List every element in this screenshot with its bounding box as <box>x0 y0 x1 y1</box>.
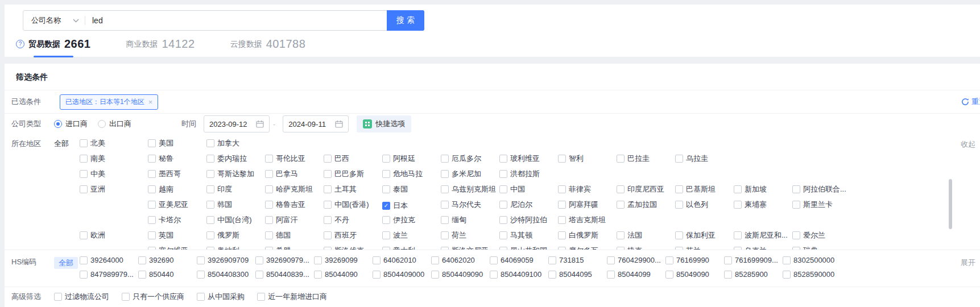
region-option[interactable]: 孟加拉国 <box>617 200 657 210</box>
hs-all-button[interactable]: 全部 <box>54 255 80 271</box>
region-option[interactable]: 巴拿马 <box>265 169 298 179</box>
radio-importer[interactable]: 进口商 <box>54 119 88 129</box>
region-option[interactable]: 塞尔维亚 <box>148 246 188 250</box>
region-group-option[interactable]: 亚洲 <box>80 184 105 194</box>
hs-code-option[interactable]: 85044099 <box>607 270 651 279</box>
region-option[interactable]: 马尔代夫 <box>441 200 481 210</box>
region-option[interactable]: 阿塞拜疆 <box>558 200 598 210</box>
region-option[interactable]: 印度 <box>206 184 232 194</box>
region-group-option[interactable]: 南美 <box>80 154 105 164</box>
search-input[interactable] <box>85 11 387 30</box>
region-option[interactable]: 土耳其 <box>324 184 357 194</box>
region-option[interactable]: 巴西 <box>324 154 349 164</box>
hs-code-option[interactable]: 761699909... <box>724 256 778 264</box>
region-option[interactable]: 哥伦比亚 <box>265 154 305 164</box>
hs-code-option[interactable]: 8528590000 <box>783 270 834 279</box>
region-option[interactable]: 荷兰 <box>441 230 466 240</box>
region-group-option[interactable]: 欧洲 <box>80 230 105 240</box>
region-option[interactable]: 加拿大 <box>206 138 239 148</box>
region-option[interactable]: 西班牙 <box>324 230 357 240</box>
hs-code-option[interactable]: 731815 <box>548 256 584 264</box>
search-button[interactable]: 搜 索 <box>387 10 424 31</box>
region-option[interactable]: 德国 <box>265 230 291 240</box>
hs-code-option[interactable]: 392690979... <box>255 256 309 264</box>
region-option[interactable]: 乌兹别克斯坦 <box>441 184 496 194</box>
region-option[interactable]: 危地马拉 <box>382 169 423 179</box>
hs-code-option[interactable]: 3926909709 <box>197 256 249 264</box>
region-option[interactable]: 斯洛伐克 <box>324 246 364 250</box>
region-option[interactable]: 韩国 <box>206 200 232 210</box>
region-option[interactable]: 斯洛文尼亚 <box>441 246 489 250</box>
region-option[interactable]: 瑞典 <box>792 246 818 250</box>
hs-code-option[interactable]: 850440839... <box>255 270 309 279</box>
tab-trade-data[interactable]: ? 贸易数据 2661 <box>16 38 91 57</box>
region-option[interactable]: 阿拉伯联合... <box>792 184 846 194</box>
region-option[interactable]: 洪都拉斯 <box>499 169 540 179</box>
region-option[interactable]: 英国 <box>148 230 173 240</box>
region-option[interactable]: 巴巴多斯 <box>324 169 364 179</box>
region-option[interactable]: 巴基斯坦 <box>675 184 716 194</box>
search-category-select[interactable]: 公司名称 <box>23 11 85 30</box>
region-option[interactable]: 墨西哥 <box>148 169 181 179</box>
region-option[interactable]: 波兰 <box>382 230 408 240</box>
region-option[interactable]: 阿根廷 <box>382 154 415 164</box>
advanced-option[interactable]: 只有一个供应商 <box>122 292 184 302</box>
region-option[interactable]: 委内瑞拉 <box>206 154 247 164</box>
selected-region-tag[interactable]: 已选地区：日本等1个地区 × <box>60 94 158 110</box>
region-option[interactable]: 意大利 <box>382 246 415 250</box>
region-option[interactable]: 哈萨克斯坦 <box>265 184 313 194</box>
region-option[interactable]: 尼泊尔 <box>499 200 532 210</box>
region-option[interactable]: 缅甸 <box>441 215 466 225</box>
region-option[interactable]: 爱尔兰 <box>792 230 825 240</box>
region-option[interactable]: 印度尼西亚 <box>617 184 664 194</box>
region-option[interactable]: 智利 <box>558 154 584 164</box>
region-option[interactable]: 厄瓜多尔 <box>441 154 481 164</box>
region-option[interactable]: 保加利亚 <box>675 230 716 240</box>
hs-code-option[interactable]: 64062020 <box>431 256 475 264</box>
region-option[interactable]: 黑山共和国 <box>499 246 547 250</box>
region-option[interactable]: 伊拉克 <box>382 215 415 225</box>
hs-code-option[interactable]: 39269099 <box>314 256 358 264</box>
hs-code-option[interactable]: 85044095 <box>548 270 592 279</box>
date-to-input[interactable]: 2024-09-11 <box>283 115 349 132</box>
region-option[interactable]: 越南 <box>148 184 173 194</box>
hs-code-option[interactable]: 8504409000 <box>373 270 424 279</box>
hs-code-option[interactable]: 85285900 <box>724 270 768 279</box>
hs-code-option[interactable]: 8302500000 <box>783 256 834 264</box>
close-icon[interactable]: × <box>148 98 153 106</box>
advanced-option[interactable]: 从中国采购 <box>197 292 245 302</box>
region-option[interactable]: 乌克兰 <box>734 246 767 250</box>
region-option[interactable]: 波斯尼亚和... <box>734 230 788 240</box>
hs-code-option[interactable]: 847989979... <box>80 270 134 279</box>
region-option[interactable]: 多米尼加 <box>441 169 481 179</box>
region-option[interactable]: 菲律宾 <box>558 184 591 194</box>
hs-code-option[interactable]: 64069059 <box>490 256 534 264</box>
region-option[interactable]: 哥斯达黎加 <box>206 169 254 179</box>
region-option[interactable]: 巴拉圭 <box>617 154 650 164</box>
hs-code-option[interactable]: 8504409090 <box>431 270 483 279</box>
region-option[interactable]: 摩尔多瓦 <box>558 246 598 250</box>
hs-code-option[interactable]: 392690 <box>138 256 173 264</box>
tab-cloud-search-data[interactable]: 云搜数据 401788 <box>230 38 306 57</box>
region-option[interactable]: 不丹 <box>324 215 349 225</box>
region-option[interactable]: 沙特阿拉伯 <box>499 215 547 225</box>
region-option[interactable]: 捷克 <box>617 246 642 250</box>
tab-business-data[interactable]: 商业数据 14122 <box>126 38 195 57</box>
date-from-input[interactable]: 2023-09-12 <box>204 115 270 132</box>
region-option[interactable]: 卡塔尔 <box>148 215 181 225</box>
region-option[interactable]: 以色列 <box>675 200 708 210</box>
hs-code-option[interactable]: 76169990 <box>665 256 709 264</box>
region-option[interactable]: 芬兰 <box>675 246 701 250</box>
collapse-link[interactable]: 收起 <box>961 139 975 150</box>
hs-code-option[interactable]: 85044090 <box>314 270 358 279</box>
advanced-option[interactable]: 过滤物流公司 <box>54 292 109 302</box>
region-group-option[interactable]: 北美 <box>80 138 105 148</box>
region-group-option[interactable]: 中美 <box>80 169 105 179</box>
region-option[interactable]: 塔吉克斯坦 <box>558 215 606 225</box>
hs-code-option[interactable]: 64062010 <box>373 256 416 264</box>
hs-code-option[interactable]: 8504408300 <box>197 270 249 279</box>
region-option[interactable]: 秘鲁 <box>148 154 173 164</box>
region-option[interactable]: 新加坡 <box>734 184 767 194</box>
region-option[interactable]: 泰国 <box>382 184 408 194</box>
region-option[interactable]: 乌拉圭 <box>675 154 708 164</box>
